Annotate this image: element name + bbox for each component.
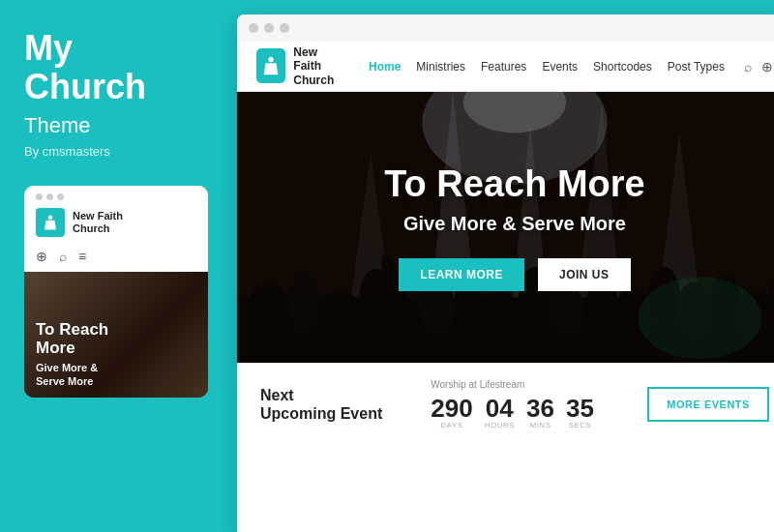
site-navbar: New FaithChurch Home Ministries Features… <box>237 42 774 92</box>
countdown-secs-unit: SECS <box>569 421 592 429</box>
next-event: Next Upcoming Event <box>260 386 382 423</box>
countdown-hours-num: 04 <box>486 396 514 421</box>
countdown-mins-num: 36 <box>526 396 554 421</box>
nav-item-post-types[interactable]: Post Types <box>668 60 725 74</box>
learn-more-button[interactable]: LEARN MORE <box>399 258 524 291</box>
site-logo-icon <box>256 48 285 83</box>
theme-subtitle: Theme <box>24 113 208 138</box>
countdown-mins: 36 MINS <box>526 396 554 429</box>
countdown-numbers: 290 DAYS 04 HOURS 36 MINS 35 SECS <box>431 396 618 429</box>
join-us-button[interactable]: JOIN US <box>538 258 631 291</box>
site-cart-icon[interactable]: ⊕ <box>761 59 773 74</box>
site-nav: Home Ministries Features Events Shortcod… <box>369 60 725 74</box>
more-events-button[interactable]: MORE EVENTS <box>647 387 769 422</box>
browser-titlebar <box>237 15 774 42</box>
countdown-days-unit: DAYS <box>440 421 462 429</box>
mobile-card-header: New FaithChurch ⊕ ⌕ ≡ <box>24 186 208 272</box>
next-event-line2: Upcoming Event <box>260 404 382 423</box>
browser-dot-1 <box>249 23 258 33</box>
countdown-hours-unit: HOURS <box>485 421 515 429</box>
mobile-logo-row: New FaithChurch <box>36 208 196 237</box>
countdown-secs: 35 SECS <box>566 396 594 429</box>
browser-dot-2 <box>264 23 274 33</box>
countdown-mins-unit: MINS <box>529 421 551 429</box>
site-footer-strip: Next Upcoming Event Worship at Lifestrea… <box>237 363 774 445</box>
countdown-secs-num: 35 <box>566 396 594 421</box>
mobile-preview-card: New FaithChurch ⊕ ⌕ ≡ To ReachMore Give … <box>24 186 208 398</box>
site-hero: To Reach More Give More & Serve More LEA… <box>237 92 774 363</box>
site-nav-icons: ⌕ ⊕ <box>744 59 773 74</box>
mobile-dots <box>36 193 196 200</box>
next-event-line1: Next <box>260 386 382 404</box>
nav-item-shortcodes[interactable]: Shortcodes <box>593 60 652 74</box>
hero-title: To Reach More <box>384 163 645 205</box>
mobile-logo-icon <box>36 208 65 237</box>
nav-item-ministries[interactable]: Ministries <box>416 60 465 74</box>
mobile-hero-content: To ReachMore Give More &Serve More <box>36 321 196 388</box>
site-search-icon[interactable]: ⌕ <box>744 59 752 74</box>
nav-item-features[interactable]: Features <box>481 60 526 74</box>
theme-author: By cmsmasters <box>24 144 208 159</box>
mobile-menu-icon: ≡ <box>78 249 86 264</box>
mobile-hero-subtitle: Give More &Serve More <box>36 361 196 389</box>
hero-buttons: LEARN MORE JOIN US <box>399 258 630 291</box>
left-panel: MyChurch Theme By cmsmasters New FaithCh… <box>0 0 232 532</box>
hero-subtitle: Give More & Serve More <box>403 213 626 235</box>
browser-dot-3 <box>280 23 289 33</box>
theme-title: MyChurch <box>24 29 208 105</box>
nav-item-home[interactable]: Home <box>369 60 401 74</box>
mobile-hero-title: To ReachMore <box>36 321 196 357</box>
right-panel: New FaithChurch Home Ministries Features… <box>232 0 774 532</box>
countdown-section: Worship at Lifestream 290 DAYS 04 HOURS … <box>431 379 618 429</box>
mobile-dot-1 <box>36 193 43 200</box>
mobile-search-icon: ⌕ <box>59 249 67 264</box>
mobile-cart-icon: ⊕ <box>36 249 47 264</box>
countdown-hours: 04 HOURS <box>485 396 515 429</box>
site-logo: New FaithChurch <box>256 45 340 87</box>
countdown-days-num: 290 <box>431 396 472 421</box>
site-logo-text: New FaithChurch <box>293 45 340 87</box>
browser-window: New FaithChurch Home Ministries Features… <box>237 15 774 532</box>
mobile-dot-2 <box>46 193 53 200</box>
countdown-days: 290 DAYS <box>431 396 472 429</box>
mobile-dot-3 <box>57 193 64 200</box>
mobile-nav-icons: ⊕ ⌕ ≡ <box>36 245 196 266</box>
countdown-label: Worship at Lifestream <box>431 379 618 390</box>
mobile-hero: To ReachMore Give More &Serve More <box>24 272 208 398</box>
site-hero-content: To Reach More Give More & Serve More LEA… <box>237 92 774 363</box>
mobile-logo-text: New FaithChurch <box>73 210 123 235</box>
nav-item-events[interactable]: Events <box>542 60 578 74</box>
